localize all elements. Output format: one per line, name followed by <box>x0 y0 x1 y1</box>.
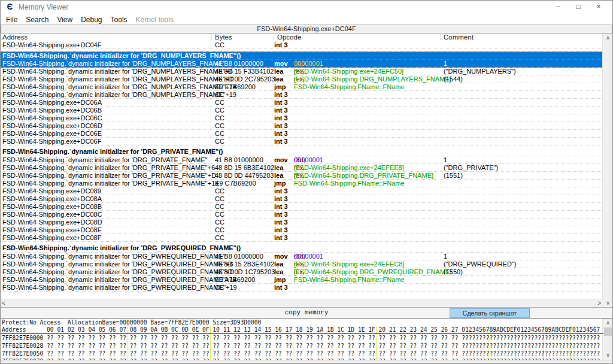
column-header-address[interactable]: Address <box>2 34 28 41</box>
disassembly-rows: FSD-Win64-Shipping.exe+DC04FCCint 3FSD-W… <box>1 41 603 299</box>
maximize-button[interactable]: □ <box>568 1 588 14</box>
disassembly-row[interactable]: FSD-Win64-Shipping.exe+DC06ECCint 3 <box>1 130 603 138</box>
hex-row[interactable]: 7FF82E7E0078 ?? ?? ?? ?? ?? ?? ?? ?? ?? … <box>1 357 603 360</box>
disassembly-row[interactable]: FSD-Win64-Shipping.exe+DC08DCCint 3 <box>1 219 603 226</box>
disassembly-row[interactable]: FSD-Win64-Shipping.exe+DC06CCCint 3 <box>1 114 603 122</box>
disassembly-row[interactable]: FSD-Win64-Shipping.`dynamic initializer … <box>1 284 603 292</box>
hex-column-header: Address 00 01 02 03 04 05 06 07 08 09 0A… <box>1 326 603 334</box>
disassembly-row[interactable]: FSD-Win64-Shipping.`dynamic initializer … <box>1 156 603 164</box>
menu-item-debug[interactable]: Debug <box>77 14 106 25</box>
column-header-bytes[interactable]: Bytes <box>215 34 232 41</box>
disassembly-row[interactable]: FSD-Win64-Shipping.`dynamic initializer … <box>1 68 603 75</box>
disassembly-row[interactable]: FSD-Win64-Shipping.exe+DC06ACCint 3 <box>1 99 603 107</box>
disassembly-row[interactable]: FSD-Win64-Shipping.exe+DC08ECCint 3 <box>1 226 603 234</box>
hex-row[interactable]: 7FF82E7E0050 ?? ?? ?? ?? ?? ?? ?? ?? ?? … <box>1 350 603 357</box>
menu-item-tools[interactable]: Tools <box>107 14 132 25</box>
hex-vertical-scrollbar[interactable]: ∧ ∨ <box>602 318 612 360</box>
window-controls: – □ × <box>548 1 609 14</box>
disassembly-row[interactable]: FSD-Win64-Shipping.exe+DC08CCCint 3 <box>1 211 603 219</box>
hex-table: Address 00 01 02 03 04 05 06 07 08 09 0A… <box>1 326 603 360</box>
column-separator <box>440 34 441 40</box>
column-separator <box>211 34 212 40</box>
disassembly-row[interactable]: FSD-Win64-Shipping.`dynamic initializer … <box>1 180 603 187</box>
memory-viewer-window: Є Memory Viewer – □ × FileSearchViewDebu… <box>0 0 613 364</box>
menu-bar: FileSearchViewDebugToolsKernel tools <box>1 14 612 25</box>
scroll-left-icon[interactable]: < <box>2 299 5 308</box>
hex-row[interactable]: 7FF82E7E0028 ?? ?? ?? ?? ?? ?? ?? ?? ?? … <box>1 342 603 350</box>
disassembly-column-headers: Address Bytes Opcode Comment <box>1 34 603 41</box>
disassembly-row[interactable]: FSD-Win64-Shipping.`dynamic initializer … <box>1 91 603 99</box>
menu-item-view[interactable]: View <box>53 14 77 25</box>
disassembly-row[interactable]: FSD-Win64-Shipping.exe+DC06BCCint 3 <box>1 107 603 114</box>
section-header-row[interactable]: FSD-Win64-Shipping.`dynamic initializer … <box>1 244 603 253</box>
disassembly-row[interactable]: FSD-Win64-Shipping.exe+DC04FCCint 3 <box>1 41 603 49</box>
disassembly-row[interactable]: FSD-Win64-Shipping.`dynamic initializer … <box>1 60 603 68</box>
scrollbar-thumb[interactable] <box>604 327 612 336</box>
disassembly-vertical-scrollbar[interactable]: ∧ ∨ <box>602 34 612 307</box>
column-header-opcode[interactable]: Opcode <box>277 34 301 41</box>
disassembly-row[interactable]: FSD-Win64-Shipping.exe+DC089CCint 3 <box>1 187 603 195</box>
disassembly-row[interactable]: FSD-Win64-Shipping.`dynamic initializer … <box>1 172 603 180</box>
column-header-comment[interactable]: Comment <box>444 34 474 41</box>
minimize-button[interactable]: – <box>548 1 568 14</box>
disassembly-row[interactable]: FSD-Win64-Shipping.exe+DC06FCCint 3 <box>1 138 603 145</box>
disassembly-row[interactable]: FSD-Win64-Shipping.`dynamic initializer … <box>1 268 603 276</box>
disassembly-row[interactable]: FSD-Win64-Shipping.exe+DC06DCCint 3 <box>1 122 603 130</box>
scroll-down-icon[interactable]: ∨ <box>603 351 613 359</box>
window-title: Memory Viewer <box>19 3 68 11</box>
scroll-up-icon[interactable]: ∧ <box>603 34 613 42</box>
disassembly-row[interactable]: FSD-Win64-Shipping.exe+DC08FCCint 3 <box>1 234 603 242</box>
take-screenshot-button[interactable]: Сделать скриншот <box>450 308 530 318</box>
disassembly-row[interactable]: FSD-Win64-Shipping.`dynamic initializer … <box>1 75 603 83</box>
section-header-row[interactable]: FSD-Win64-Shipping.`dynamic initializer … <box>1 148 603 156</box>
memory-protect-info: Protect:No Access AllocationBase=0000000… <box>1 318 603 326</box>
scroll-down-icon[interactable]: ∨ <box>603 299 613 307</box>
menu-item-search[interactable]: Search <box>22 14 53 25</box>
disassembly-horizontal-scrollbar[interactable]: < > <box>1 299 603 307</box>
disassembly-row[interactable]: FSD-Win64-Shipping.`dynamic initializer … <box>1 83 603 91</box>
bottom-strip <box>1 360 612 364</box>
cheat-engine-icon: Є <box>5 2 14 11</box>
disassembly-row[interactable]: FSD-Win64-Shipping.`dynamic initializer … <box>1 253 603 260</box>
menu-item-file[interactable]: File <box>2 14 22 25</box>
hex-view[interactable]: Protect:No Access AllocationBase=0000000… <box>1 318 603 360</box>
close-button[interactable]: × <box>588 1 609 14</box>
scroll-up-icon[interactable]: ∧ <box>603 319 613 327</box>
hex-row[interactable]: 7FF82E7E0000 ?? ?? ?? ?? ?? ?? ?? ?? ?? … <box>1 334 603 342</box>
scroll-right-icon[interactable]: > <box>597 299 601 308</box>
disassembly-row[interactable]: FSD-Win64-Shipping.`dynamic initializer … <box>1 260 603 268</box>
disassembly-row[interactable]: FSD-Win64-Shipping.exe+DC08ACCint 3 <box>1 195 603 203</box>
menu-item-kernel-tools: Kernel tools <box>132 14 178 25</box>
current-address-header[interactable]: FSD-Win64-Shipping.exe+DC04F <box>1 25 612 34</box>
disassembly-row[interactable]: FSD-Win64-Shipping.`dynamic initializer … <box>1 276 603 284</box>
disassembly-row[interactable]: FSD-Win64-Shipping.exe+DC08BCCint 3 <box>1 203 603 211</box>
title-bar: Є Memory Viewer – □ × <box>1 1 612 14</box>
disassembly-row[interactable]: FSD-Win64-Shipping.`dynamic initializer … <box>1 164 603 172</box>
column-separator <box>274 34 274 40</box>
section-header-row[interactable]: FSD-Win64-Shipping.`dynamic initializer … <box>1 51 603 60</box>
